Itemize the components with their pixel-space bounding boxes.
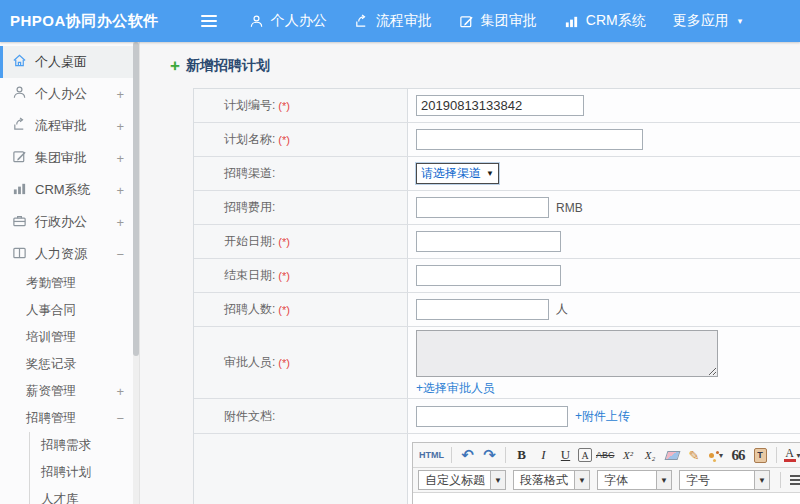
- person-icon: [12, 85, 27, 103]
- home-icon: [12, 53, 27, 71]
- blockquote-button[interactable]: 66: [729, 446, 748, 465]
- sidebar-item-rewards[interactable]: 奖惩记录: [0, 351, 139, 378]
- field-label: 附件文档:: [224, 408, 275, 425]
- sidebar-item-attendance[interactable]: 考勤管理: [0, 270, 139, 297]
- redo-icon[interactable]: ↷: [480, 446, 499, 465]
- expand-icon[interactable]: +: [116, 119, 124, 134]
- sidebar-item-personal-desktop[interactable]: 个人桌面: [0, 46, 139, 78]
- expand-icon[interactable]: +: [116, 183, 124, 198]
- sidebar-item-personal-office[interactable]: 个人办公 +: [0, 78, 139, 110]
- superscript-button[interactable]: X²: [619, 446, 638, 465]
- sidebar-item-recruit-plan[interactable]: 招聘计划: [30, 459, 139, 486]
- book-icon: [12, 245, 27, 263]
- plan-name-input[interactable]: [416, 129, 643, 150]
- editor-content-area[interactable]: [413, 493, 800, 504]
- form-row-start-date: 开始日期: (*): [194, 225, 800, 259]
- plan-number-input[interactable]: [416, 95, 584, 116]
- sidebar-item-talent-pool[interactable]: 人才库: [30, 486, 139, 504]
- rich-text-editor: HTML ↶ ↷ B I U A ABC X²: [412, 442, 800, 504]
- required-marker: (*): [278, 100, 290, 112]
- collapse-icon[interactable]: −: [116, 247, 124, 262]
- bold-button[interactable]: B: [512, 446, 531, 465]
- paragraph-format-dropdown[interactable]: 段落格式 ▼: [513, 470, 590, 490]
- font-family-dropdown[interactable]: 字体 ▼: [597, 470, 672, 490]
- form-row-attachment: 附件文档: +附件上传: [194, 399, 800, 434]
- topnav-personal-office[interactable]: 个人办公: [249, 12, 327, 30]
- sidebar-scrollbar[interactable]: [133, 42, 139, 504]
- topnav-more-apps[interactable]: 更多应用 ▾: [673, 12, 743, 30]
- sidebar-item-crm[interactable]: CRM系统 +: [0, 174, 139, 206]
- page-title: + 新增招聘计划: [170, 57, 800, 75]
- expand-icon[interactable]: +: [116, 384, 124, 399]
- paste-icon[interactable]: T: [751, 446, 770, 465]
- field-label: 计划名称:: [224, 131, 275, 148]
- bar-chart-icon: [564, 14, 579, 29]
- font-size-dropdown[interactable]: 字号 ▼: [679, 470, 770, 490]
- italic-button[interactable]: I: [534, 446, 553, 465]
- undo-icon[interactable]: ↶: [458, 446, 477, 465]
- main-content: + 新增招聘计划 计划编号: (*) 计划名称: (*): [140, 42, 800, 504]
- flow-icon: [354, 14, 369, 29]
- caret-down-icon: ▾: [738, 16, 743, 26]
- form-row-channel: 招聘渠道: 请选择渠道 ▼: [194, 157, 800, 191]
- format-brush-icon[interactable]: ✎: [685, 446, 704, 465]
- expand-icon[interactable]: +: [116, 151, 124, 166]
- approvers-textarea[interactable]: [416, 330, 718, 377]
- editor-toolbar-row2: 自定义标题 ▼ 段落格式 ▼ 字体 ▼: [413, 468, 800, 493]
- sidebar-item-salary[interactable]: 薪资管理+: [0, 378, 139, 405]
- strikethrough-button[interactable]: ABC: [595, 446, 616, 465]
- required-marker: (*): [278, 134, 290, 146]
- menu-icon[interactable]: [201, 15, 217, 27]
- briefcase-icon: [12, 213, 27, 231]
- remove-format-button[interactable]: A: [578, 448, 592, 462]
- sidebar-item-hr[interactable]: 人力资源 −: [0, 238, 139, 270]
- form-row-approvers: 审批人员: (*) +选择审批人员: [194, 327, 800, 399]
- app-window: PHPOA协同办公软件 个人办公 流程审批 集团审批: [0, 0, 800, 504]
- heading-dropdown[interactable]: 自定义标题 ▼: [418, 470, 506, 490]
- start-date-input[interactable]: [416, 231, 561, 252]
- sidebar-item-workflow-approval[interactable]: 流程审批 +: [0, 110, 139, 142]
- subscript-button[interactable]: X₂: [641, 446, 660, 465]
- end-date-input[interactable]: [416, 265, 561, 286]
- recruitment-plan-form: 计划编号: (*) 计划名称: (*): [193, 88, 800, 504]
- recruitment-subgroup: 招聘需求 招聘计划 人才库: [29, 432, 139, 504]
- bar-chart-icon: [12, 181, 27, 199]
- expand-icon[interactable]: +: [116, 87, 124, 102]
- underline-button[interactable]: U: [556, 446, 575, 465]
- topnav-crm[interactable]: CRM系统: [564, 12, 646, 30]
- sidebar-item-recruitment[interactable]: 招聘管理−: [0, 405, 139, 432]
- top-navigation: 个人办公 流程审批 集团审批 CRM系统 更多应用: [249, 12, 742, 30]
- form-row-end-date: 结束日期: (*): [194, 259, 800, 293]
- required-marker: (*): [278, 236, 290, 248]
- topnav-group-approval[interactable]: 集团审批: [459, 12, 537, 30]
- expand-icon[interactable]: +: [116, 215, 124, 230]
- select-approvers-link[interactable]: +选择审批人员: [416, 380, 495, 397]
- caret-down-icon: ▼: [754, 471, 769, 489]
- font-color-button[interactable]: A▾: [783, 446, 800, 465]
- collapse-icon[interactable]: −: [116, 411, 124, 426]
- sidebar-item-admin-office[interactable]: 行政办公 +: [0, 206, 139, 238]
- headcount-input[interactable]: [416, 299, 549, 320]
- source-code-button[interactable]: HTML: [418, 446, 445, 465]
- add-icon: +: [170, 59, 180, 73]
- caret-down-icon: ▼: [574, 471, 589, 489]
- form-row-headcount: 招聘人数: (*) 人: [194, 293, 800, 327]
- field-label: 招聘人数:: [224, 301, 275, 318]
- scrollbar-thumb[interactable]: [133, 42, 139, 356]
- topnav-workflow-approval[interactable]: 流程审批: [354, 12, 432, 30]
- attachment-input[interactable]: [416, 406, 568, 427]
- align-left-icon[interactable]: [787, 471, 800, 490]
- channel-select[interactable]: 请选择渠道 ▼: [416, 163, 499, 184]
- eraser-icon[interactable]: [663, 446, 682, 465]
- sidebar-item-group-approval[interactable]: 集团审批 +: [0, 142, 139, 174]
- field-label: 招聘渠道:: [224, 165, 275, 182]
- cost-input[interactable]: [416, 197, 549, 218]
- attachment-upload-link[interactable]: +附件上传: [575, 408, 630, 425]
- format-painter-icon[interactable]: ▾: [707, 446, 726, 465]
- sidebar-item-training[interactable]: 培训管理: [0, 324, 139, 351]
- required-marker: (*): [278, 357, 290, 369]
- field-label: 开始日期:: [224, 233, 275, 250]
- required-marker: (*): [278, 304, 290, 316]
- sidebar-item-hr-contract[interactable]: 人事合同: [0, 297, 139, 324]
- sidebar-item-recruit-demand[interactable]: 招聘需求: [30, 432, 139, 459]
